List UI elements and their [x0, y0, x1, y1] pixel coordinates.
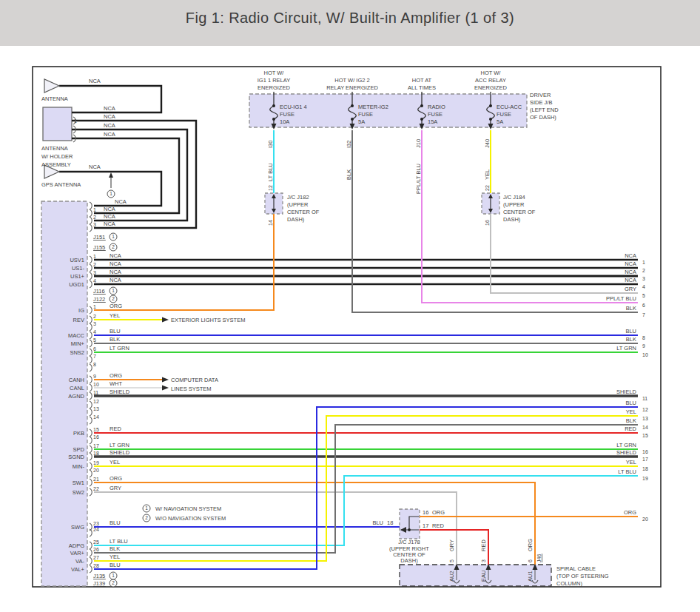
- label: (LEFT END: [530, 107, 559, 113]
- label: 9: [93, 374, 96, 379]
- label: 24: [93, 527, 99, 532]
- label: DASH): [287, 216, 305, 223]
- wiring-diagram: HOT W/IG1 1 RELAYENERGIZEDHOT W/ IG2 2RE…: [0, 0, 700, 612]
- option-circle-number: 2: [112, 580, 115, 585]
- pin-connector: [90, 256, 92, 263]
- label: NCA: [104, 122, 115, 129]
- pin-connector: [90, 408, 92, 416]
- option-circle-number: 1: [112, 234, 115, 239]
- label: RADIO: [428, 104, 445, 110]
- label: 7: [642, 312, 645, 317]
- label: FUSE: [428, 111, 442, 118]
- label: US1+: [70, 273, 85, 280]
- label: ANTENNA: [41, 145, 68, 152]
- label: W/O NAVIGATION SYSTEM: [155, 515, 226, 522]
- label: NCA: [115, 198, 127, 205]
- label: NCA: [104, 213, 115, 220]
- label: BLK: [346, 169, 352, 180]
- j-code-link[interactable]: J122: [93, 296, 105, 303]
- label: 1: [93, 304, 96, 309]
- label: 27: [93, 555, 99, 560]
- j-code-link[interactable]: J46: [536, 554, 542, 562]
- label: 2: [93, 262, 96, 267]
- label: FUSE: [358, 111, 373, 118]
- label: NCA: [110, 260, 121, 267]
- fuse-terminal-dot: [489, 118, 492, 121]
- j-code-link[interactable]: J139: [93, 580, 105, 587]
- label: 1: [642, 260, 645, 265]
- label: YEL: [110, 554, 120, 560]
- wire-yel: [94, 416, 638, 561]
- label: CENTER OF: [503, 209, 536, 215]
- label: IG: [78, 307, 84, 314]
- label: ORG: [110, 475, 122, 482]
- label: 13: [93, 406, 99, 411]
- label: W/ NAVIGATION SYSTEM: [155, 505, 221, 512]
- label: 4: [93, 278, 96, 283]
- label: YEL: [626, 459, 636, 465]
- label: AU2: [448, 571, 455, 582]
- pin-connector: [90, 332, 92, 339]
- label: SWG: [71, 524, 84, 531]
- label: 4: [93, 329, 96, 334]
- junction-dot: [408, 528, 411, 531]
- j-code-link[interactable]: J155: [93, 244, 105, 251]
- label: 16: [642, 449, 648, 454]
- label: J10: [415, 139, 422, 148]
- label: MACC: [68, 332, 85, 339]
- label: FUSE: [280, 111, 295, 118]
- label: 23: [93, 521, 99, 526]
- label: ORG: [110, 303, 122, 309]
- label: EXTERIOR LIGHTS SYSTEM: [171, 317, 245, 323]
- label: 11: [642, 396, 647, 401]
- label: FUSE: [497, 111, 511, 118]
- computer-data-arrow: [162, 377, 169, 383]
- label: GRY: [110, 485, 121, 491]
- label: NCA: [625, 277, 636, 283]
- label: J/C J178: [398, 539, 420, 545]
- label: 17: [642, 457, 648, 462]
- label: 15A: [428, 118, 437, 125]
- label: ORG: [110, 372, 122, 379]
- pin-connector: [90, 264, 92, 272]
- label: ORG: [527, 539, 534, 551]
- pin-connector: [90, 376, 92, 383]
- pin-connector: [90, 280, 92, 288]
- label: RED: [480, 539, 487, 551]
- label: COLUMN): [556, 580, 583, 587]
- label: 5A: [497, 118, 503, 125]
- label: I32: [346, 141, 352, 148]
- label: 8: [93, 362, 96, 367]
- label: YEL: [626, 408, 636, 415]
- pin-connector: [90, 417, 92, 424]
- label: MIN+: [71, 340, 85, 347]
- label: NCA: [110, 277, 121, 283]
- j-code-link[interactable]: J135: [93, 573, 105, 579]
- label: LT GRN: [110, 442, 129, 448]
- label: 6: [642, 303, 645, 308]
- label: SPD: [73, 446, 85, 453]
- label: NCA: [104, 221, 115, 227]
- label: LT BLU: [267, 163, 274, 181]
- j-code-link[interactable]: J116: [93, 288, 105, 295]
- label: 6: [528, 559, 533, 562]
- label: 2: [93, 215, 96, 220]
- label: NCA: [104, 131, 115, 138]
- label: (UPPER: [287, 201, 309, 208]
- j-code-link[interactable]: J151: [93, 234, 105, 241]
- label: DASH): [503, 216, 521, 223]
- label: (TOP OF STEERING: [556, 573, 609, 579]
- label: 16: [93, 434, 99, 440]
- pin-connector: [90, 340, 92, 347]
- label: NCA: [89, 78, 101, 84]
- pin-connector: [90, 453, 92, 460]
- label: YEL: [110, 312, 120, 319]
- label: RED: [432, 522, 444, 529]
- label: BLU: [110, 562, 121, 568]
- label: I30: [267, 141, 274, 148]
- label: 21: [93, 477, 99, 482]
- label: 25: [93, 539, 99, 545]
- wire-nca: [72, 121, 196, 228]
- pin-connector: [90, 202, 92, 209]
- label: ORG: [432, 509, 445, 516]
